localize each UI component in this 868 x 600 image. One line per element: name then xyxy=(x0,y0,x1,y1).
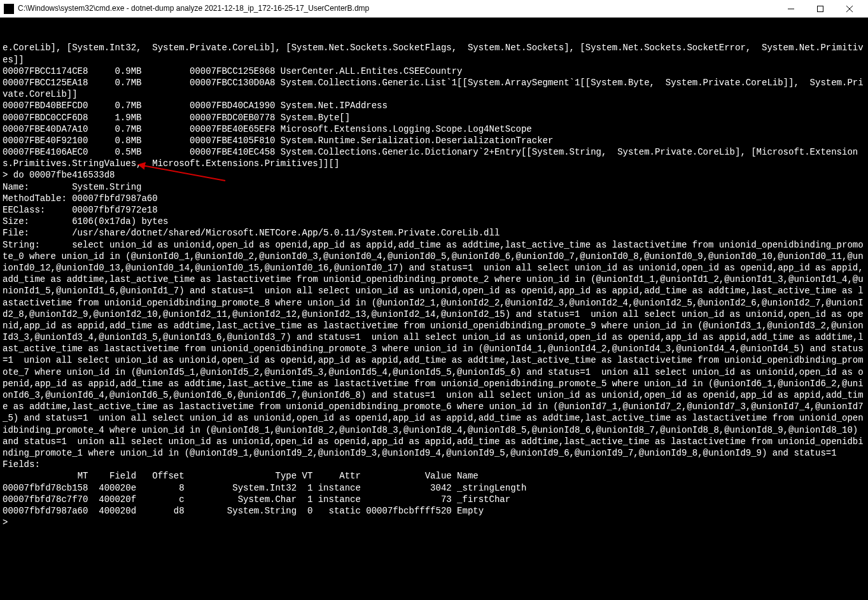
terminal-line: MT Field Offset Type VT Attr Value Name xyxy=(3,470,865,482)
terminal-line: 00007FBDC0CCF6D8 1.9MB 00007FBDC0EB0778 … xyxy=(3,112,865,123)
terminal-line: 00007FBCC125EA18 0.7MB 00007FBCC130D0A8 … xyxy=(3,77,865,100)
terminal-line: Name: System.String xyxy=(3,181,865,193)
maximize-icon xyxy=(817,6,823,12)
terminal-line: 00007FBE40F92100 0.8MB 00007FBE4105F810 … xyxy=(3,135,865,146)
terminal-line: 00007fbfd78cb158 400020e 8 System.Int32 … xyxy=(3,482,865,494)
terminal-line: > do 00007fbe416533d8 xyxy=(3,169,865,181)
terminal-line: String: select union_id as unionid,open_… xyxy=(3,239,865,459)
terminal-line: 00007fbfd7987a60 400020d d8 System.Strin… xyxy=(3,505,865,517)
maximize-button[interactable] xyxy=(806,0,835,18)
window-titlebar: C:\Windows\system32\cmd.exe - dotnet-dum… xyxy=(0,0,868,18)
terminal-line: 00007fbfd78c7f70 400020f c System.Char 1… xyxy=(3,494,865,505)
close-icon xyxy=(846,6,853,12)
terminal-line: e.CoreLib], [System.Int32, System.Privat… xyxy=(3,42,865,65)
terminal-line: 00007FBE4106AEC0 0.5MB 00007FBE410EC458 … xyxy=(3,146,865,169)
minimize-icon xyxy=(788,6,794,12)
terminal-line: MethodTable: 00007fbfd7987a60 xyxy=(3,193,865,204)
titlebar-left: C:\Windows\system32\cmd.exe - dotnet-dum… xyxy=(4,4,369,14)
terminal-line: 00007FBE40DA7A10 0.7MB 00007FBE40E65EF8 … xyxy=(3,123,865,135)
terminal-line: 00007FBCC1174CE8 0.9MB 00007FBCC125E868 … xyxy=(3,66,865,77)
window-title: C:\Windows\system32\cmd.exe - dotnet-dum… xyxy=(18,4,369,14)
terminal-line: Fields: xyxy=(3,459,865,470)
terminal-line: File: /usr/share/dotnet/shared/Microsoft… xyxy=(3,227,865,239)
window-controls xyxy=(776,0,864,18)
terminal-line: EEClass: 00007fbfd7972e18 xyxy=(3,204,865,216)
cmd-icon xyxy=(4,4,14,14)
close-button[interactable] xyxy=(835,0,864,18)
terminal-line: 00007FBD40BEFCD0 0.7MB 00007FBD40CA1990 … xyxy=(3,100,865,111)
terminal-line: > xyxy=(3,517,865,528)
terminal-output[interactable]: e.CoreLib], [System.Int32, System.Privat… xyxy=(0,18,868,529)
terminal-line: Size: 6106(0x17da) bytes xyxy=(3,216,865,227)
svg-rect-1 xyxy=(818,6,823,11)
minimize-button[interactable] xyxy=(776,0,806,18)
